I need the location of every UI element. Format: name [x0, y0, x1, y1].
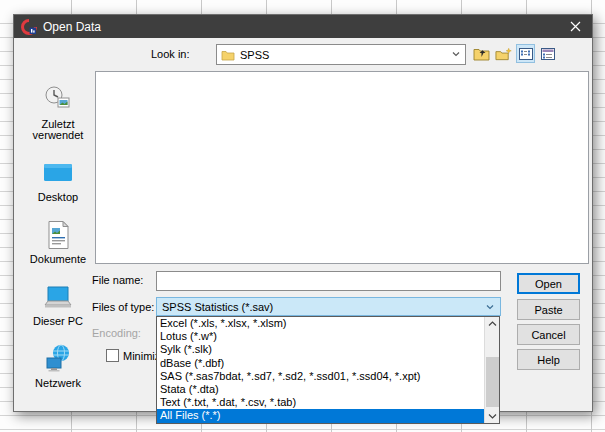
encoding-label: Encoding:: [92, 327, 141, 339]
spss-logo-icon: [21, 19, 37, 35]
close-button[interactable]: [558, 15, 592, 38]
screen: { "window": { "title": "Open Data" }, "l…: [0, 0, 605, 432]
recent-icon: [42, 85, 74, 115]
minimize-checkbox[interactable]: [106, 349, 119, 362]
dropdown-scrollbar[interactable]: [484, 317, 499, 423]
chevron-down-icon: [485, 302, 495, 312]
paste-button[interactable]: Paste: [517, 299, 580, 320]
dropdown-item-dbase[interactable]: dBase (*.dbf): [157, 357, 499, 370]
files-of-type-combobox[interactable]: SPSS Statistics (*.sav): [156, 297, 501, 316]
file-list[interactable]: [95, 71, 589, 264]
scroll-up-icon[interactable]: [485, 317, 500, 331]
desktop-icon: [42, 158, 74, 188]
details-view-icon[interactable]: [538, 44, 557, 63]
scrollbar-thumb[interactable]: [486, 357, 499, 407]
sidebar-item-label: Zuletzt verwendet: [21, 119, 95, 141]
up-one-level-icon[interactable]: [472, 44, 491, 63]
look-in-combobox[interactable]: SPSS: [216, 44, 466, 65]
folder-icon: [221, 49, 235, 61]
file-name-label: File name:: [92, 274, 143, 286]
sidebar-item-label: Dokumente: [30, 254, 86, 265]
look-in-label: Look in:: [151, 48, 190, 60]
sidebar-item-recent[interactable]: Zuletzt verwendet: [21, 85, 95, 141]
dropdown-item-text[interactable]: Text (*.txt, *.dat, *.csv, *.tab): [157, 396, 499, 409]
list-view-icon[interactable]: [516, 44, 535, 63]
dropdown-item-sylk[interactable]: Sylk (*.slk): [157, 343, 499, 356]
files-of-type-value: SPSS Statistics (*.sav): [162, 301, 273, 313]
help-button[interactable]: Help: [517, 349, 580, 370]
sidebar-item-label: Dieser PC: [33, 316, 83, 327]
cancel-button[interactable]: Cancel: [517, 324, 580, 345]
sidebar-item-desktop[interactable]: Desktop: [21, 158, 95, 203]
look-in-value: SPSS: [240, 49, 269, 61]
dropdown-item-stata[interactable]: Stata (*.dta): [157, 383, 499, 396]
this-pc-icon: [42, 282, 74, 312]
open-data-dialog: Open Data Look in: SPSS: [13, 14, 593, 412]
dropdown-item-sas[interactable]: SAS (*.sas7bdat, *.sd7, *.sd2, *.ssd01, …: [157, 370, 499, 383]
dialog-titlebar[interactable]: Open Data: [14, 15, 592, 38]
network-icon: [42, 344, 74, 374]
folder-toolbar: [472, 44, 557, 63]
sidebar-item-this-pc[interactable]: Dieser PC: [21, 282, 95, 327]
documents-icon: [42, 220, 74, 250]
open-button[interactable]: Open: [517, 273, 580, 294]
files-of-type-dropdown-list: Excel (*.xls, *.xlsx, *.xlsm) Lotus (*.w…: [156, 316, 500, 424]
dropdown-item-all-files[interactable]: All Files (*.*): [157, 409, 499, 422]
scroll-down-icon[interactable]: [485, 409, 500, 423]
sidebar-item-documents[interactable]: Dokumente: [21, 220, 95, 265]
dropdown-item-excel[interactable]: Excel (*.xls, *.xlsx, *.xlsm): [157, 317, 499, 330]
sidebar-item-label: Netzwerk: [35, 378, 81, 389]
sidebar-item-network[interactable]: Netzwerk: [21, 344, 95, 389]
file-name-input[interactable]: [156, 271, 501, 291]
places-sidebar: Zuletzt verwendet Desktop: [20, 71, 96, 403]
sidebar-item-label: Desktop: [38, 192, 78, 203]
chevron-down-icon: [451, 49, 461, 59]
files-of-type-label: Files of type:: [92, 301, 154, 313]
dropdown-item-lotus[interactable]: Lotus (*.w*): [157, 330, 499, 343]
dialog-title: Open Data: [43, 20, 101, 34]
new-folder-icon[interactable]: [494, 44, 513, 63]
